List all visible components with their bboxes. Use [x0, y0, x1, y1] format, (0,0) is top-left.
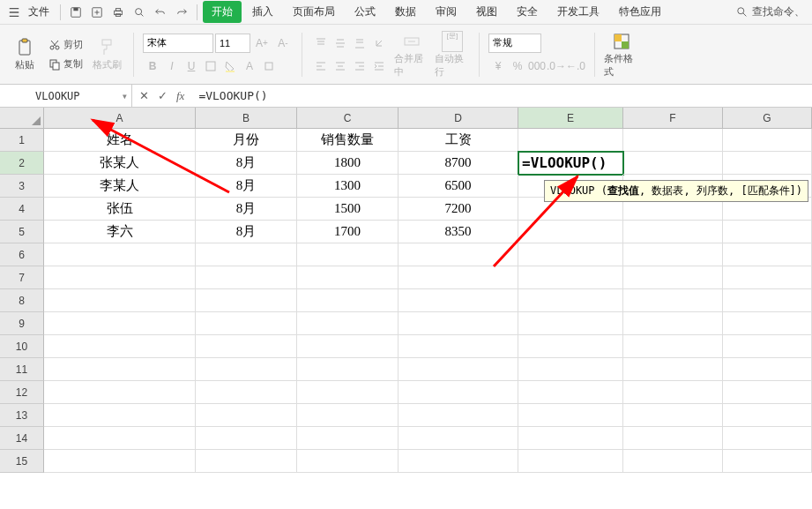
cell-B12[interactable] — [196, 381, 297, 404]
cell-C4[interactable]: 1500 — [297, 198, 399, 221]
cell-D11[interactable] — [399, 358, 518, 381]
tab-layout[interactable]: 页面布局 — [284, 1, 344, 23]
cell-E10[interactable] — [518, 335, 623, 358]
cell-B13[interactable] — [196, 404, 297, 427]
cell-C8[interactable] — [297, 289, 399, 312]
cell-E8[interactable] — [518, 289, 623, 312]
cell-A4[interactable]: 张伍 — [44, 198, 196, 221]
row-header-8[interactable]: 8 — [0, 289, 44, 312]
cell-E15[interactable] — [518, 450, 623, 473]
cell-G8[interactable] — [723, 289, 812, 312]
cell-D12[interactable] — [399, 381, 518, 404]
cell-F6[interactable] — [623, 243, 723, 266]
col-header-A[interactable]: A — [44, 108, 196, 129]
cell-A2[interactable]: 张某人 — [44, 152, 196, 175]
col-header-C[interactable]: C — [297, 108, 399, 129]
cut-button[interactable]: 剪切 — [46, 36, 86, 54]
cell-D7[interactable] — [399, 266, 518, 289]
undo-icon[interactable] — [151, 3, 170, 22]
decrease-decimal-icon[interactable]: ←.0 — [566, 56, 585, 76]
row-header-6[interactable]: 6 — [0, 243, 44, 266]
col-header-G[interactable]: G — [723, 108, 812, 129]
row-header-10[interactable]: 10 — [0, 335, 44, 358]
tab-security[interactable]: 安全 — [508, 1, 547, 23]
cell-D2[interactable]: 8700 — [399, 152, 518, 175]
row-header-2[interactable]: 2 — [0, 152, 44, 175]
chevron-down-icon[interactable]: ▾ — [122, 90, 128, 102]
cell-F1[interactable] — [623, 129, 723, 152]
fill-color-button[interactable] — [220, 56, 240, 76]
cell-C9[interactable] — [297, 312, 399, 335]
cell-G1[interactable] — [723, 129, 812, 152]
name-box[interactable]: VLOOKUP ▾ — [0, 85, 132, 107]
align-center-icon[interactable] — [331, 56, 350, 76]
decrease-font-icon[interactable]: A- — [273, 34, 293, 53]
cell-C7[interactable] — [297, 266, 399, 289]
cancel-formula-icon[interactable]: ✕ — [139, 89, 149, 102]
row-header-4[interactable]: 4 — [0, 198, 44, 221]
row-header-12[interactable]: 12 — [0, 381, 44, 404]
cell-C11[interactable] — [297, 358, 399, 381]
select-all-corner[interactable] — [0, 108, 44, 129]
tab-data[interactable]: 数据 — [386, 1, 425, 23]
print-preview-icon[interactable] — [130, 3, 149, 22]
row-header-3[interactable]: 3 — [0, 175, 44, 198]
paste-button[interactable]: 粘贴 — [7, 30, 42, 79]
underline-button[interactable]: U — [182, 56, 201, 76]
cell-G14[interactable] — [723, 427, 812, 450]
cell-B11[interactable] — [196, 358, 297, 381]
app-menu-icon[interactable] — [7, 5, 21, 19]
formula-input[interactable]: =VLOOKUP() — [191, 89, 812, 102]
cell-E7[interactable] — [518, 266, 623, 289]
italic-button[interactable]: I — [162, 56, 182, 76]
merge-center-button[interactable]: 合并居中 — [394, 30, 429, 79]
cell-D6[interactable] — [399, 243, 518, 266]
cell-C15[interactable] — [297, 450, 399, 473]
conditional-format-button[interactable]: 条件格式 — [604, 30, 639, 79]
cell-G15[interactable] — [723, 450, 812, 473]
cell-G12[interactable] — [723, 381, 812, 404]
cell-B1[interactable]: 月份 — [196, 129, 297, 152]
cell-E13[interactable] — [518, 404, 623, 427]
cell-C12[interactable] — [297, 381, 399, 404]
cell-D5[interactable]: 8350 — [399, 221, 518, 243]
col-header-B[interactable]: B — [196, 108, 297, 129]
tab-review[interactable]: 审阅 — [427, 1, 466, 23]
cell-A10[interactable] — [44, 335, 196, 358]
increase-font-icon[interactable]: A+ — [252, 34, 272, 53]
row-header-14[interactable]: 14 — [0, 427, 44, 450]
cell-A6[interactable] — [44, 243, 196, 266]
cell-F5[interactable] — [623, 221, 723, 243]
cell-F11[interactable] — [623, 358, 723, 381]
row-header-1[interactable]: 1 — [0, 129, 44, 152]
row-header-13[interactable]: 13 — [0, 404, 44, 427]
cell-B8[interactable] — [196, 289, 297, 312]
cell-F10[interactable] — [623, 335, 723, 358]
orientation-icon[interactable] — [369, 34, 389, 53]
percent-icon[interactable]: % — [508, 56, 527, 76]
bold-button[interactable]: B — [143, 56, 162, 76]
cell-D1[interactable]: 工资 — [399, 129, 518, 152]
tab-dev[interactable]: 开发工具 — [548, 1, 608, 23]
row-header-5[interactable]: 5 — [0, 221, 44, 243]
increase-decimal-icon[interactable]: .0→ — [547, 56, 566, 76]
tab-formula[interactable]: 公式 — [346, 1, 384, 23]
indent-icon[interactable] — [369, 56, 389, 76]
row-header-15[interactable]: 15 — [0, 450, 44, 473]
cell-E12[interactable] — [518, 381, 623, 404]
cell-D3[interactable]: 6500 — [399, 175, 518, 198]
cell-A5[interactable]: 李六 — [44, 221, 196, 243]
cell-G7[interactable] — [723, 266, 812, 289]
font-size-select[interactable] — [215, 34, 250, 53]
border-button[interactable] — [201, 56, 220, 76]
cell-B10[interactable] — [196, 335, 297, 358]
cell-A13[interactable] — [44, 404, 196, 427]
cell-E14[interactable] — [518, 427, 623, 450]
file-menu[interactable]: 文件 — [23, 4, 55, 19]
font-color-button[interactable]: A — [240, 56, 259, 76]
cell-A1[interactable]: 姓名 — [44, 129, 196, 152]
wrap-text-button[interactable]: [문] 自动换行 — [435, 30, 470, 79]
cell-D15[interactable] — [399, 450, 518, 473]
cell-E9[interactable] — [518, 312, 623, 335]
cell-A3[interactable]: 李某人 — [44, 175, 196, 198]
